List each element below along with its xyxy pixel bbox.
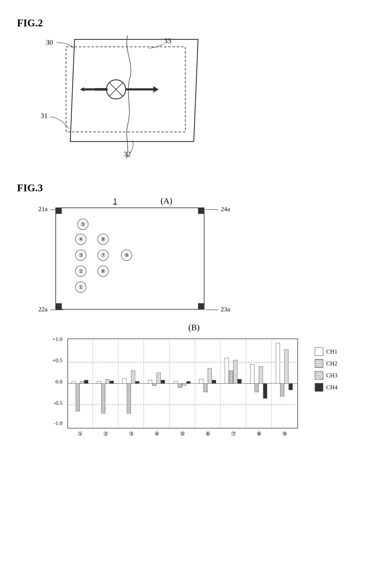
svg-text:31: 31 — [41, 112, 48, 120]
svg-text:+0.5: +0.5 — [52, 357, 62, 363]
svg-text:⑥: ⑥ — [205, 431, 210, 437]
circle-7: ⑦ — [97, 250, 109, 261]
circle-1: ① — [75, 282, 86, 293]
svg-rect-35 — [72, 382, 75, 384]
svg-rect-53 — [182, 384, 186, 386]
svg-rect-40 — [101, 384, 105, 413]
legend-label-ch1: CH1 — [326, 348, 338, 355]
fig2-diagram: 30 31 32 33 — [38, 33, 230, 165]
legend-box-ch2 — [315, 359, 323, 368]
svg-rect-38 — [84, 380, 88, 384]
svg-rect-56 — [204, 384, 207, 392]
circle-5: ⑤ — [77, 219, 88, 230]
chart-area: +1.0 +0.5 0.0 -0.5 -1.0 — [51, 335, 338, 441]
corner-label-22a: 22a — [38, 306, 64, 313]
svg-rect-54 — [187, 381, 190, 384]
svg-rect-49 — [157, 373, 161, 384]
svg-rect-63 — [250, 364, 254, 384]
fig2-label: FIG.2 — [17, 17, 371, 29]
svg-rect-44 — [127, 384, 131, 413]
diagram-label-1: 1 — [113, 196, 117, 205]
fig3-section: FIG.3 1 (A) 21a 24a — [17, 182, 371, 441]
part-b-label: (B) — [188, 322, 199, 332]
component-diagram: ⑤ ④ ⑧ ③ ⑦ ⑨ ② ⑥ — [55, 207, 204, 310]
svg-text:⑨: ⑨ — [282, 431, 287, 437]
corner-tl — [55, 207, 62, 214]
svg-rect-50 — [161, 380, 165, 384]
svg-rect-45 — [131, 371, 135, 384]
legend: CH1 CH2 CH3 CH4 — [315, 347, 338, 392]
svg-text:33: 33 — [164, 37, 171, 45]
svg-text:①: ① — [77, 431, 82, 437]
svg-rect-65 — [259, 366, 263, 384]
svg-rect-68 — [280, 384, 284, 396]
svg-rect-46 — [135, 381, 139, 384]
svg-text:⑦: ⑦ — [231, 431, 236, 437]
svg-rect-39 — [97, 381, 101, 384]
svg-rect-57 — [208, 369, 212, 384]
numbered-circles: ⑤ ④ ⑧ ③ ⑦ ⑨ ② ⑥ — [65, 215, 188, 300]
corner-tr — [198, 207, 204, 214]
legend-item-ch1: CH1 — [315, 347, 338, 356]
svg-text:+1.0: +1.0 — [52, 336, 62, 342]
svg-rect-37 — [80, 381, 84, 384]
svg-text:④: ④ — [154, 431, 159, 437]
svg-rect-43 — [123, 378, 126, 384]
circle-3: ③ — [75, 250, 86, 261]
svg-text:②: ② — [103, 431, 108, 437]
svg-rect-51 — [174, 381, 178, 384]
legend-label-ch2: CH2 — [326, 360, 338, 367]
corner-label-23a: 23a — [204, 306, 230, 313]
fig2-svg: 30 31 32 33 — [38, 33, 230, 169]
svg-rect-58 — [212, 380, 216, 384]
legend-box-ch3 — [315, 371, 323, 380]
svg-rect-59 — [225, 358, 229, 384]
legend-label-ch3: CH3 — [326, 372, 338, 379]
bar-chart-wrapper: +1.0 +0.5 0.0 -0.5 -1.0 — [51, 335, 306, 441]
bar-chart-svg: +1.0 +0.5 0.0 -0.5 -1.0 — [51, 335, 306, 441]
svg-text:⑤: ⑤ — [180, 431, 185, 437]
svg-text:-1.0: -1.0 — [53, 420, 62, 426]
svg-text:③: ③ — [129, 431, 134, 437]
circle-8: ⑧ — [97, 234, 109, 245]
svg-rect-42 — [110, 381, 114, 384]
corner-br — [198, 303, 204, 310]
svg-rect-41 — [106, 379, 109, 384]
legend-item-ch4: CH4 — [315, 383, 338, 392]
svg-text:-0.5: -0.5 — [53, 400, 62, 406]
legend-box-ch1 — [315, 347, 323, 356]
svg-rect-61 — [233, 360, 237, 384]
svg-text:⑧: ⑧ — [256, 431, 261, 437]
corner-label-24a: 24a — [204, 205, 230, 213]
page: FIG.2 — [0, 0, 388, 588]
legend-box-ch4 — [315, 383, 323, 392]
fig3-label: FIG.3 — [17, 182, 371, 194]
legend-item-ch2: CH2 — [315, 359, 338, 368]
circle-9: ⑨ — [121, 250, 132, 261]
svg-rect-62 — [238, 379, 242, 384]
circle-4: ④ — [75, 234, 86, 245]
legend-item-ch3: CH3 — [315, 371, 338, 380]
svg-rect-66 — [263, 384, 267, 398]
svg-rect-36 — [76, 384, 80, 411]
svg-text:30: 30 — [46, 38, 53, 46]
svg-rect-60 — [229, 371, 233, 384]
svg-rect-67 — [276, 343, 280, 384]
svg-rect-52 — [178, 384, 182, 388]
svg-rect-48 — [152, 384, 156, 386]
part-b-section: (B) +1.0 +0.5 0.0 -0.5 -1.0 — [17, 322, 371, 441]
circle-2: ② — [75, 266, 86, 277]
svg-rect-47 — [148, 380, 152, 384]
svg-text:0.0: 0.0 — [55, 379, 62, 385]
svg-marker-4 — [80, 87, 84, 91]
legend-label-ch4: CH4 — [326, 384, 338, 391]
fig2-section: FIG.2 — [17, 13, 371, 165]
circle-6: ⑥ — [97, 266, 109, 277]
svg-rect-64 — [255, 384, 259, 392]
svg-text:32: 32 — [123, 150, 131, 158]
svg-rect-70 — [289, 384, 292, 390]
svg-marker-9 — [153, 86, 159, 92]
svg-rect-55 — [199, 379, 203, 384]
svg-rect-69 — [285, 349, 288, 384]
part-a-label: (A) — [161, 196, 172, 205]
